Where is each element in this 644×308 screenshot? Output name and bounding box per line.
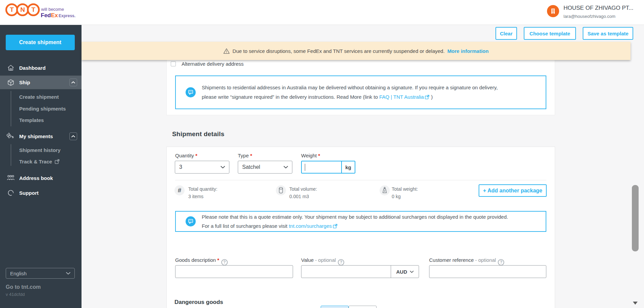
scroll-down-arrow[interactable]: [633, 302, 638, 305]
disruption-banner: Due to service disruptions, some FedEx a…: [82, 42, 631, 60]
people-icon: [6, 174, 14, 182]
clear-button[interactable]: Clear: [495, 27, 517, 40]
account-name[interactable]: HOUSE OF ZHIVAGO PT...: [564, 5, 634, 11]
type-label: Type *: [238, 153, 252, 158]
language-value: English: [10, 271, 27, 276]
help-icon[interactable]: ?: [221, 259, 228, 266]
warning-icon: [223, 48, 230, 54]
chevron-up-icon[interactable]: [69, 79, 77, 86]
sidebar-item-pending-shipments[interactable]: Pending shipments: [19, 106, 66, 112]
chevron-down-icon: [221, 166, 225, 168]
save-as-template-button[interactable]: Save as template: [583, 27, 633, 40]
total-volume-value: 0.001 m3: [289, 194, 309, 199]
account-email: lara@houseofzhivago.com: [564, 14, 615, 19]
tnt-logo-circle: T: [27, 3, 40, 16]
text-caret: [305, 164, 305, 171]
signature-info-text: Shipments to residential addresses in Au…: [202, 83, 498, 102]
quantity-select[interactable]: 3: [175, 161, 229, 174]
building-icon: [550, 8, 556, 14]
quote-info-text: Please note that this is a quote estimat…: [202, 212, 508, 230]
total-volume-label: Total volume:: [289, 186, 317, 192]
tnt-letter: N: [20, 6, 25, 13]
signature-info-box: Shipments to residential addresses in Au…: [175, 75, 546, 109]
tnt-letter: T: [10, 6, 14, 13]
goto-tnt-link[interactable]: Go to tnt.com: [6, 284, 41, 290]
package-icon: [7, 79, 15, 87]
total-quantity-value: 3 items: [188, 194, 203, 199]
chevron-down-icon: [66, 272, 70, 275]
sidebar-item-label: Ship: [19, 80, 30, 85]
sidebar: Create shipment Dashboard Ship Create sh…: [0, 25, 82, 308]
fedex-wordmark: FedExExpress.: [41, 12, 75, 19]
scrollbar-thumb[interactable]: [632, 185, 639, 251]
add-another-package-button[interactable]: + Add another package: [479, 184, 547, 197]
alternative-delivery-label: Alternative delivery address: [182, 61, 244, 67]
chevron-up-icon[interactable]: [69, 132, 77, 140]
more-information-link[interactable]: More information: [447, 48, 489, 54]
quote-info-box: Please note that this is a quote estimat…: [175, 211, 546, 232]
sidebar-item-create-shipment[interactable]: Create shipment: [19, 94, 59, 100]
will-become-text: will become: [41, 7, 64, 12]
handtruck-icon: [6, 132, 14, 140]
divider: [175, 180, 546, 180]
weight-icon: [380, 185, 390, 195]
customer-reference-input[interactable]: [429, 265, 546, 278]
sidebar-item-support[interactable]: Support: [0, 186, 82, 199]
value-input[interactable]: [301, 266, 391, 278]
sidebar-item-templates[interactable]: Templates: [19, 117, 44, 123]
sidebar-item-ship[interactable]: Ship: [0, 75, 82, 89]
main-content: Clear Choose template Save as template D…: [82, 25, 644, 308]
app-header: T N T will become FedExExpress. HOUSE OF…: [0, 0, 644, 25]
type-select[interactable]: Satchel: [238, 161, 292, 174]
speech-bubble-icon: [186, 87, 196, 97]
subnav-guide-line: [11, 91, 11, 126]
language-select[interactable]: English: [6, 268, 75, 279]
sidebar-item-shipment-history[interactable]: Shipment history: [19, 147, 61, 153]
value-label: Value - optional?: [301, 257, 344, 266]
tnt-letter: T: [31, 6, 35, 13]
customer-reference-label: Customer reference - optional?: [429, 257, 504, 266]
cylinder-icon: [276, 185, 286, 195]
speech-bubble-icon: [186, 216, 196, 226]
banner-text: Due to service disruptions, some FedEx a…: [232, 48, 445, 54]
shipment-details-card: Quantity * Type * Weight * 3 Satchel kg …: [166, 147, 555, 308]
weight-field-group: kg: [301, 161, 355, 174]
home-icon: [7, 64, 15, 72]
chevron-down-icon: [410, 271, 414, 273]
sidebar-item-track-trace[interactable]: Track & Trace: [19, 159, 60, 164]
weight-label: Weight *: [301, 153, 320, 158]
surcharges-link[interactable]: tnt.com/surcharges: [289, 223, 332, 229]
hash-icon: #: [174, 185, 185, 195]
dangerous-goods-toggle-right[interactable]: [349, 306, 377, 308]
create-shipment-button[interactable]: Create shipment: [6, 35, 75, 50]
alternative-delivery-checkbox[interactable]: [171, 61, 176, 66]
version-text: v 41dcfdd: [6, 292, 25, 297]
dangerous-goods-toggle-left[interactable]: [321, 306, 349, 308]
choose-template-button[interactable]: Choose template: [524, 27, 576, 40]
quantity-label: Quantity *: [175, 153, 197, 158]
weight-unit: kg: [341, 161, 355, 173]
sidebar-item-label: Dashboard: [19, 65, 45, 71]
headset-icon: [7, 189, 15, 197]
total-weight-label: Total weight:: [392, 186, 418, 192]
delivery-options-panel: Alternative delivery address Shipments t…: [166, 51, 555, 115]
help-icon[interactable]: ?: [338, 259, 344, 266]
total-weight-value: 0 kg: [392, 194, 400, 199]
weight-input[interactable]: [302, 161, 341, 173]
help-icon[interactable]: ?: [498, 259, 504, 266]
value-field-group: AUD: [301, 265, 419, 278]
sidebar-item-address-book[interactable]: Address book: [0, 171, 82, 185]
account-avatar[interactable]: [547, 5, 559, 17]
dangerous-goods-title: Dangerous goods: [174, 299, 223, 306]
sidebar-item-dashboard[interactable]: Dashboard: [0, 61, 82, 74]
chevron-down-icon: [284, 166, 288, 168]
section-title: Shipment details: [172, 130, 224, 138]
sidebar-item-my-shipments[interactable]: My shipments: [0, 129, 82, 143]
external-link-icon: [425, 95, 429, 99]
sidebar-item-label: Support: [19, 190, 39, 196]
goods-description-input[interactable]: [175, 265, 293, 278]
faq-tnt-australia-link[interactable]: FAQ | TNT Australia: [379, 94, 424, 100]
external-link-icon: [55, 159, 60, 164]
sidebar-item-label: My shipments: [19, 133, 53, 139]
currency-select[interactable]: AUD: [391, 266, 419, 278]
